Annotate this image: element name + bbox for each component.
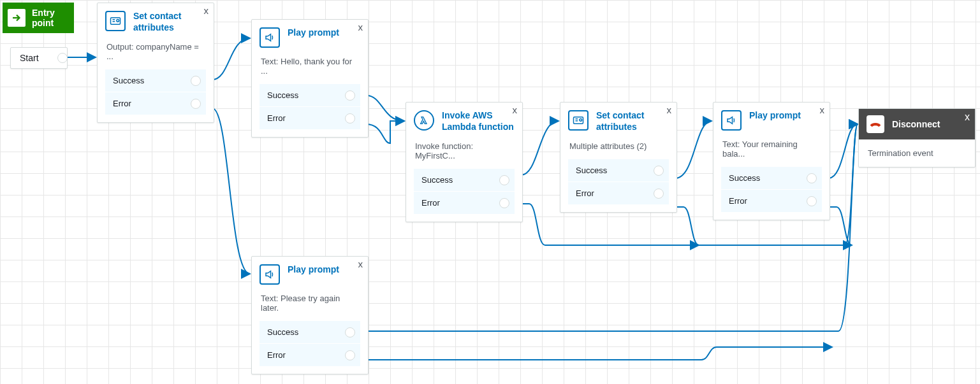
output-port[interactable] [345,113,355,124]
close-icon[interactable]: x [204,6,209,15]
output-port[interactable] [345,327,355,338]
branch-label: Error [267,113,286,123]
branch-error[interactable]: Error [260,343,360,366]
branch-label: Success [113,76,144,85]
start-label: Start [20,53,39,63]
node-detail: Text: Please try again later. [260,291,360,320]
output-port[interactable] [345,90,355,101]
start-output-port[interactable] [57,53,68,63]
branch-error[interactable]: Error [721,189,822,212]
close-icon[interactable]: x [820,105,825,115]
branch-label: Error [113,99,131,108]
branch-success[interactable]: Success [414,168,515,191]
output-port[interactable] [807,173,817,183]
node-play-prompt-1[interactable]: x Play prompt Text: Hello, thank you for… [251,19,369,138]
close-icon[interactable]: x [358,22,363,32]
output-port[interactable] [499,198,509,208]
output-port[interactable] [191,99,201,109]
node-title: Play prompt [749,110,801,122]
node-detail: Output: companyName = ... [105,39,206,69]
branch-label: Success [576,166,607,175]
branch-success[interactable]: Success [721,166,822,189]
branch-label: Success [729,173,760,183]
svg-point-1 [117,19,119,22]
entry-label: Entry point [32,8,55,28]
node-title: Play prompt [288,27,339,39]
close-icon[interactable]: x [667,105,672,115]
contact-attributes-icon [105,11,126,31]
node-title: Disconnect [892,119,940,129]
output-port[interactable] [191,76,201,86]
node-detail: Termination event [859,139,975,167]
node-title: Play prompt [288,264,339,276]
close-icon[interactable]: x [965,111,970,123]
disconnect-icon [867,115,884,133]
branch-label: Success [267,327,298,337]
node-detail: Text: Hello, thank you for ... [260,54,360,83]
branch-label: Error [576,188,594,198]
output-port[interactable] [807,196,817,206]
contact-attributes-icon [568,110,589,131]
close-icon[interactable]: x [358,259,363,269]
audio-icon [260,27,280,48]
branch-label: Success [421,175,453,185]
node-detail: Invoke function: MyFirstC... [414,139,515,168]
branch-error[interactable]: Error [568,181,669,204]
flow-canvas[interactable]: Entry point Start x Set contact attribut… [0,0,980,384]
output-port[interactable] [654,188,664,199]
branch-error[interactable]: Error [105,92,206,115]
branch-label: Error [729,196,747,206]
start-node[interactable]: Start [10,47,68,69]
node-title: Set contact attributes [596,110,644,132]
branch-success[interactable]: Success [260,320,360,343]
branch-success[interactable]: Success [568,159,669,181]
output-port[interactable] [345,350,355,360]
branch-error[interactable]: Error [260,106,360,129]
node-play-prompt-3[interactable]: x Play prompt Text: Your remaining bala.… [713,102,830,220]
node-detail: Multiple attributes (2) [568,139,669,159]
branch-label: Success [267,90,298,100]
close-icon[interactable]: x [513,105,518,115]
node-set-contact-attributes-2[interactable]: x Set contact attributes Multiple attrib… [560,102,677,213]
node-title: Set contact attributes [133,11,181,33]
branch-success[interactable]: Success [105,69,206,92]
branch-label: Error [267,350,286,360]
svg-point-3 [580,118,582,121]
output-port[interactable] [499,175,509,185]
node-disconnect[interactable]: x Disconnect Termination event [858,108,976,167]
entry-icon [8,9,26,27]
node-set-contact-attributes-1[interactable]: x Set contact attributes Output: company… [97,3,214,123]
node-detail: Text: Your remaining bala... [721,137,822,166]
lambda-icon [414,110,434,131]
output-port[interactable] [654,166,664,176]
branch-success[interactable]: Success [260,83,360,106]
branch-error[interactable]: Error [414,191,515,214]
audio-icon [721,110,742,131]
entry-point-node[interactable]: Entry point [3,3,74,33]
branch-label: Error [421,198,440,208]
node-invoke-lambda[interactable]: x Invoke AWS Lambda function Invoke func… [406,102,523,222]
audio-icon [260,264,280,285]
node-play-prompt-2[interactable]: x Play prompt Text: Please try again lat… [251,256,369,374]
node-title: Invoke AWS Lambda function [442,110,514,132]
